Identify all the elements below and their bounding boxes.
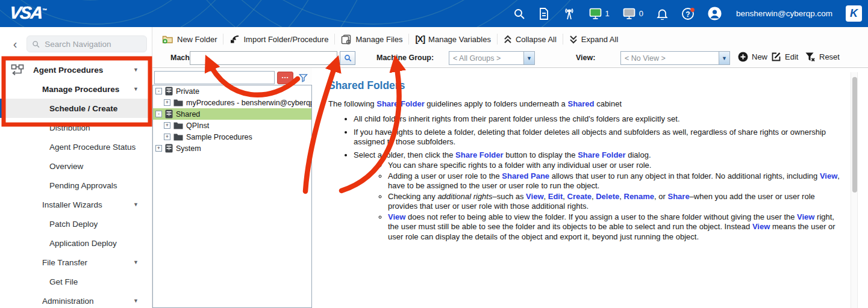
broadcast-tower-icon[interactable] <box>563 8 576 20</box>
sidebar-item-installer-wizards[interactable]: Installer Wizards ▼ <box>0 195 152 214</box>
sidebar-item-label: Administration <box>42 297 133 306</box>
tree-expander[interactable]: - <box>155 88 162 94</box>
import-folder-procedure-button[interactable]: Import Folder/Procedure <box>223 31 334 47</box>
sidebar-item-agent-procedures[interactable]: Agent Procedures ▼ <box>0 60 152 79</box>
tree-expander[interactable]: - <box>155 111 162 117</box>
button-label: Expand All <box>581 35 618 44</box>
user-email[interactable]: bensherwin@cyberqp.com <box>736 9 832 18</box>
guideline-item: Adding a user or user role to the Shared… <box>388 171 840 191</box>
sidebar-item-file-transfer[interactable]: File Transfer ▼ <box>0 253 152 272</box>
edit-pencil-icon <box>771 52 781 62</box>
tree-node-label: Sample Procedures <box>186 133 252 141</box>
agents-online-indicator[interactable]: 1 <box>589 8 610 20</box>
navigation-sidebar: ‹ Agent Procedures ▼ Manage Procedures ▼… <box>0 27 152 308</box>
folder-tree: - Private + myProcedures - bensherwin@cy… <box>152 85 312 308</box>
top-navigation-bar: VSA™ 1 0 ? <box>0 0 868 27</box>
expand-all-icon <box>569 35 578 44</box>
tree-expander[interactable]: + <box>164 99 170 106</box>
button-label: Import Folder/Procedure <box>243 35 328 44</box>
collapse-sidebar-button[interactable]: ‹ <box>7 36 23 52</box>
workflow-icon <box>11 64 24 78</box>
tree-filter-input[interactable] <box>154 71 275 84</box>
tree-node-qpinst[interactable]: + QPInst <box>153 120 311 131</box>
sidebar-item-label: Installer Wizards <box>42 200 133 209</box>
vsa-logo: VSA™ <box>8 3 48 23</box>
view-edit-button[interactable]: Edit <box>771 52 798 62</box>
button-label: Manage Variables <box>428 35 491 44</box>
text-run: guidelines apply to folders underneath a <box>425 99 568 108</box>
cabinet-icon <box>165 87 173 96</box>
sidebar-item-administration[interactable]: Administration ▼ <box>0 291 152 308</box>
procedures-toolbar: New Folder Import Folder/Procedure Manag… <box>152 27 868 68</box>
machine-group-dropdown[interactable]: < All Groups > ▼ <box>449 51 535 65</box>
button-label: Collapse All <box>516 35 557 44</box>
view-reset-button[interactable]: Reset <box>805 52 840 62</box>
user-avatar[interactable] <box>708 7 722 20</box>
scrollbar-thumb[interactable] <box>852 77 857 192</box>
sidebar-item-label: Application Deploy <box>49 239 152 248</box>
cabinet-icon <box>165 144 173 153</box>
chevron-down-icon: ▼ <box>133 202 139 208</box>
expand-all-button[interactable]: Expand All <box>563 31 624 47</box>
manage-variables-button[interactable]: [X] Manage Variables <box>409 31 497 47</box>
sidebar-item-label: Distribution <box>49 123 152 132</box>
navigation-search[interactable] <box>27 35 147 52</box>
sidebar-item-get-file[interactable]: Get File <box>0 272 152 291</box>
search-icon[interactable] <box>513 8 525 20</box>
text-run: View <box>820 171 837 180</box>
new-folder-button[interactable]: New Folder <box>156 31 223 47</box>
view-new-button[interactable]: New <box>738 52 767 62</box>
tree-expander[interactable]: + <box>155 145 162 152</box>
folder-icon <box>173 99 183 106</box>
tree-node-shared[interactable]: - Shared <box>153 108 311 120</box>
new-folder-icon <box>162 34 173 44</box>
scrollbar-track[interactable] <box>851 72 858 308</box>
more-options-button[interactable]: ··· <box>277 72 293 84</box>
sidebar-item-application-deploy[interactable]: Application Deploy <box>0 233 152 253</box>
tree-expander[interactable]: + <box>164 122 170 129</box>
tree-node-label: QPInst <box>186 122 209 130</box>
cabinet-icon <box>165 109 173 119</box>
tree-node-system[interactable]: + System <box>153 143 311 154</box>
help-icon[interactable]: ? <box>681 7 695 20</box>
view-value: < No View > <box>621 52 719 64</box>
sidebar-item-patch-deploy[interactable]: Patch Deploy <box>0 214 152 233</box>
notifications-bell-icon[interactable] <box>657 8 668 20</box>
filter-funnel-button[interactable] <box>296 71 310 84</box>
button-label: New Folder <box>177 35 217 44</box>
button-label: Edit <box>785 52 798 61</box>
tree-node-myprocedures-bensherwin-cyberqp-com[interactable]: + myProcedures - bensherwin@cyberqp.com <box>153 97 311 108</box>
tree-node-private[interactable]: - Private <box>153 85 311 97</box>
machine-id-input[interactable] <box>190 51 337 65</box>
text-run: , <box>544 192 548 201</box>
kaseya-logo[interactable]: K <box>846 5 862 22</box>
sidebar-item-label: Manage Procedures <box>42 85 133 94</box>
sidebar-item-agent-procedure-status[interactable]: Agent Procedure Status <box>0 137 152 156</box>
text-run: Adding a user or user role to the <box>388 171 502 180</box>
search-navigation-input[interactable] <box>45 40 142 49</box>
view-dropdown[interactable]: < No View > ▼ <box>620 51 730 65</box>
sidebar-item-manage-procedures[interactable]: Manage Procedures ▼ <box>0 79 152 99</box>
text-run: does not refer to being able to view the… <box>405 212 797 221</box>
tree-node-label: Shared <box>176 110 200 119</box>
search-icon <box>32 40 40 49</box>
sidebar-item-label: Agent Procedure Status <box>49 143 152 152</box>
text-run: , or <box>654 192 667 201</box>
agents-offline-indicator[interactable]: 0 <box>623 8 643 20</box>
button-label: Manage Files <box>355 35 402 44</box>
sidebar-item-distribution[interactable]: Distribution <box>0 118 152 137</box>
collapse-all-button[interactable]: Collapse All <box>498 31 563 47</box>
guideline-item: All child folders inherit rights from th… <box>354 114 840 125</box>
sidebar-item-overview[interactable]: Overview <box>0 156 152 176</box>
document-icon[interactable] <box>539 8 549 20</box>
manage-files-button[interactable]: Manage Files <box>335 31 408 47</box>
sidebar-item-pending-approvals[interactable]: Pending Approvals <box>0 176 152 195</box>
tree-node-sample-procedures[interactable]: + Sample Procedures <box>153 131 311 143</box>
tree-expander[interactable]: + <box>164 134 170 140</box>
text-run: Shared <box>567 99 594 108</box>
text-run: –such as <box>492 192 526 201</box>
variables-icon: [X] <box>415 34 425 44</box>
sidebar-item-schedule-create[interactable]: Schedule / Create <box>0 99 152 118</box>
machine-search-button[interactable] <box>340 51 355 65</box>
text-run: View <box>752 222 770 231</box>
